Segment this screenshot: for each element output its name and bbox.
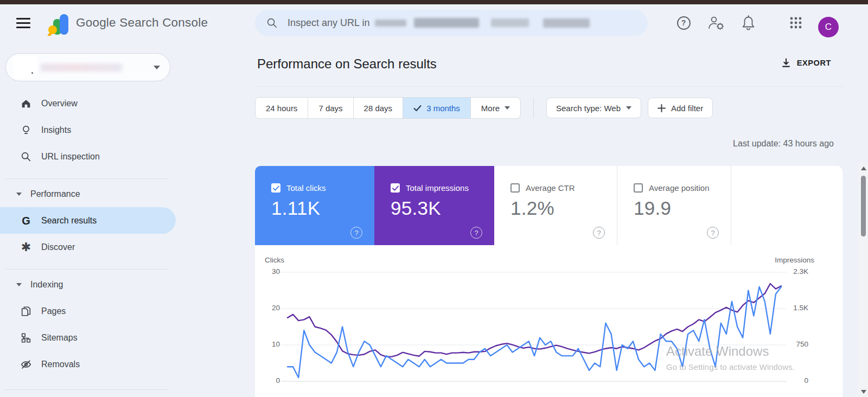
sitemap-icon [20, 332, 33, 344]
checkbox-checked[interactable] [391, 183, 400, 193]
sidebar-item-label: Search results [41, 216, 97, 226]
chevron-down-icon [16, 193, 22, 196]
check-icon [413, 105, 422, 112]
checkbox-checked[interactable] [271, 183, 280, 193]
chip-label: 28 days [364, 104, 393, 113]
chevron-down-icon [505, 106, 510, 110]
date-range-more[interactable]: More [471, 98, 520, 118]
help-icon[interactable]: ? [350, 227, 362, 239]
redacted-property-text [414, 18, 479, 28]
sidebar-item-sitemaps[interactable]: Sitemaps [0, 324, 176, 351]
sidebar-item-label: Pages [41, 306, 66, 316]
sidebar-item-overview[interactable]: Overview [0, 90, 176, 117]
metric-value: 1.11K [271, 197, 320, 219]
chip-label: More [481, 104, 500, 113]
google-g-icon: G [20, 215, 33, 226]
activate-windows-watermark: Activate Windows [666, 344, 769, 359]
sidebar-item-search-results[interactable]: G Search results [0, 207, 176, 234]
page-title: Performance on Search results [257, 56, 437, 72]
last-update-text: Last update: 43 hours ago [733, 139, 834, 149]
google-apps-button[interactable] [788, 4, 804, 41]
checkbox-unchecked[interactable] [634, 183, 643, 193]
metric-card-average-position[interactable]: Average position 19.9 ? [617, 166, 731, 245]
sidebar-item-removals[interactable]: Removals [0, 351, 176, 377]
help-icon[interactable]: ? [470, 227, 482, 239]
metric-label: Average position [649, 183, 709, 193]
activate-windows-subtext: Go to Settings to activate Windows. [666, 362, 795, 372]
metric-card-total-impressions[interactable]: Total impressions 95.3K ? [374, 166, 494, 245]
user-settings-button[interactable] [705, 4, 727, 41]
eye-off-icon [20, 358, 33, 370]
chip-label: Add filter [671, 104, 703, 113]
date-range-24-hours[interactable]: 24 hours [256, 98, 308, 118]
sidebar-item-insights[interactable]: Insights [0, 117, 176, 143]
sidebar-section-label: Indexing [30, 280, 63, 290]
help-icon[interactable]: ? [707, 227, 719, 239]
date-range-group: 24 hours 7 days 28 days 3 months More [255, 97, 521, 119]
window-chrome-strip [0, 0, 868, 4]
metric-label: Total clicks [286, 183, 326, 193]
chip-label: 24 hours [266, 104, 297, 113]
metric-value: 1.2% [510, 197, 554, 219]
person-gear-icon [707, 15, 725, 31]
metric-label: Average CTR [526, 183, 575, 193]
redacted-property-text [375, 20, 406, 27]
performance-panel: Total clicks 1.11K ? Total impressions 9… [255, 166, 843, 397]
pages-icon [20, 305, 33, 317]
property-selector[interactable] [5, 53, 170, 81]
sidebar-item-label: URL inspection [41, 152, 100, 162]
help-button[interactable]: ? [675, 4, 692, 41]
add-filter-button[interactable]: Add filter [648, 98, 713, 118]
scroll-down-arrow[interactable] [859, 387, 868, 396]
search-console-logo-icon [47, 12, 71, 36]
performance-chart [255, 267, 843, 397]
help-icon[interactable]: ? [593, 227, 605, 239]
scrollbar-thumb[interactable] [861, 176, 866, 236]
sidebar: Overview Insights URL inspection Perform… [0, 41, 176, 397]
url-inspect-searchbox[interactable]: Inspect any URL in [255, 10, 648, 36]
home-icon [20, 98, 33, 110]
avatar[interactable]: C [818, 17, 839, 37]
date-range-28-days[interactable]: 28 days [354, 98, 404, 118]
header-divider [255, 86, 844, 87]
date-range-7-days[interactable]: 7 days [308, 98, 353, 118]
chip-label: Search type: Web [556, 104, 621, 113]
property-favicon [14, 56, 37, 78]
bell-icon [741, 15, 756, 31]
apps-grid-icon [789, 16, 802, 29]
metric-card-total-clicks[interactable]: Total clicks 1.11K ? [255, 166, 374, 245]
sidebar-section-performance[interactable]: Performance [0, 181, 176, 207]
date-range-3-months-selected[interactable]: 3 months [403, 98, 471, 118]
sidebar-item-label: Removals [41, 360, 80, 369]
sidebar-item-label: Sitemaps [41, 333, 78, 343]
download-icon [781, 57, 792, 68]
sidebar-item-url-inspection[interactable]: URL inspection [0, 143, 176, 170]
checkbox-unchecked[interactable] [510, 183, 520, 193]
right-axis-title: Impressions [775, 256, 814, 264]
lightbulb-icon [20, 124, 33, 136]
hamburger-menu-icon[interactable] [16, 17, 31, 28]
search-type-filter[interactable]: Search type: Web [546, 98, 641, 118]
filter-bar: 24 hours 7 days 28 days 3 months More Se… [255, 98, 713, 118]
sidebar-item-label: Discover [41, 242, 75, 252]
sidebar-item-discover[interactable]: ✱ Discover [0, 234, 176, 260]
notifications-button[interactable] [739, 4, 757, 41]
redacted-property-name [41, 63, 122, 72]
metric-value: 95.3K [391, 197, 441, 219]
chevron-down-icon [626, 106, 631, 110]
search-icon [266, 17, 278, 29]
export-button[interactable]: EXPORT [781, 57, 831, 68]
vertical-scrollbar[interactable] [859, 163, 868, 397]
google-search-console-app: Google Search Console Inspect any URL in… [0, 0, 868, 397]
chevron-down-icon [154, 66, 160, 69]
metric-card-average-ctr[interactable]: Average CTR 1.2% ? [494, 166, 617, 245]
sidebar-section-indexing[interactable]: Indexing [0, 272, 176, 298]
sidebar-divider [5, 178, 168, 179]
redacted-property-text [543, 18, 590, 28]
sidebar-item-pages[interactable]: Pages [0, 298, 176, 324]
sidebar-item-label: Overview [41, 99, 78, 108]
scroll-up-arrow[interactable] [859, 164, 868, 172]
chevron-down-icon [16, 283, 22, 286]
magnifier-icon [20, 151, 33, 163]
search-placeholder-text: Inspect any URL in [288, 17, 369, 29]
